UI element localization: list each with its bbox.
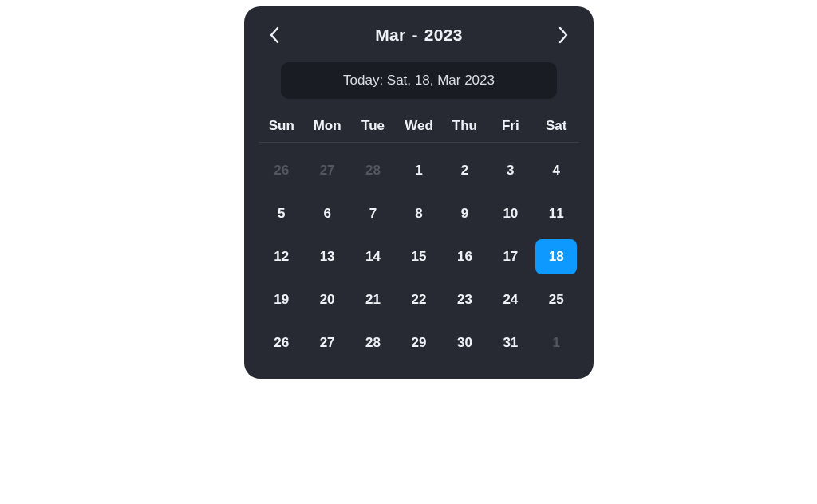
dow-sat: Sat	[534, 110, 579, 143]
day-cell[interactable]: 2	[442, 149, 487, 192]
day-cell[interactable]: 8	[396, 192, 441, 235]
day-cell[interactable]: 1	[396, 149, 441, 192]
day-cell[interactable]: 23	[442, 278, 487, 321]
prev-month-button[interactable]	[262, 22, 287, 48]
day-number: 4	[535, 153, 577, 188]
day-number: 2	[444, 153, 485, 188]
day-cell[interactable]: 19	[259, 278, 304, 321]
day-cell[interactable]: 12	[259, 235, 304, 278]
day-cell[interactable]: 25	[534, 278, 579, 321]
year-label: 2023	[424, 26, 463, 45]
day-cell[interactable]: 3	[487, 149, 533, 192]
month-year-label[interactable]: Mar - 2023	[375, 26, 462, 45]
day-cell[interactable]: 26	[259, 321, 304, 364]
day-cell[interactable]: 9	[442, 192, 487, 235]
day-cell[interactable]: 18	[534, 235, 579, 278]
day-number: 17	[490, 239, 531, 274]
day-cell[interactable]: 29	[396, 321, 441, 364]
day-cell[interactable]: 20	[304, 278, 349, 321]
day-number: 20	[306, 282, 348, 317]
day-number: 1	[398, 153, 440, 188]
day-number: 28	[353, 325, 394, 360]
dow-mon: Mon	[304, 110, 349, 143]
day-cell[interactable]: 24	[487, 278, 533, 321]
dow-thu: Thu	[442, 110, 487, 143]
month-year-separator: -	[412, 26, 418, 45]
calendar-grid: Sun Mon Tue Wed Thu Fri Sat 262728123456…	[259, 110, 579, 364]
day-number: 30	[444, 325, 485, 360]
day-cell[interactable]: 30	[442, 321, 487, 364]
day-number: 29	[398, 325, 440, 360]
day-cell[interactable]: 11	[534, 192, 579, 235]
day-cell[interactable]: 27	[304, 149, 349, 192]
day-number: 21	[353, 282, 394, 317]
day-number: 24	[490, 282, 531, 317]
day-number: 3	[490, 153, 531, 188]
day-cell[interactable]: 5	[259, 192, 304, 235]
day-number: 23	[444, 282, 485, 317]
day-cell[interactable]: 16	[442, 235, 487, 278]
day-number: 19	[261, 282, 302, 317]
day-number: 9	[444, 196, 485, 231]
today-badge[interactable]: Today: Sat, 18, Mar 2023	[281, 62, 557, 99]
day-cell[interactable]: 21	[350, 278, 396, 321]
day-cell[interactable]: 10	[487, 192, 533, 235]
day-number: 22	[398, 282, 440, 317]
day-cell[interactable]: 17	[487, 235, 533, 278]
day-cell[interactable]: 22	[396, 278, 441, 321]
chevron-left-icon	[269, 26, 280, 44]
day-number: 27	[306, 325, 348, 360]
day-cell[interactable]: 14	[350, 235, 396, 278]
day-number: 12	[261, 239, 302, 274]
day-cell[interactable]: 26	[259, 149, 304, 192]
day-number: 5	[261, 196, 302, 231]
day-number: 25	[535, 282, 577, 317]
day-number: 10	[490, 196, 531, 231]
day-cell[interactable]: 27	[304, 321, 349, 364]
day-number: 1	[535, 325, 577, 360]
day-number: 7	[353, 196, 394, 231]
day-number: 11	[535, 196, 577, 231]
day-number: 8	[398, 196, 440, 231]
day-number: 6	[306, 196, 348, 231]
day-cell[interactable]: 28	[350, 321, 396, 364]
calendar-widget: Mar - 2023 Today: Sat, 18, Mar 2023 Sun …	[244, 6, 594, 379]
day-cell[interactable]: 28	[350, 149, 396, 192]
day-number: 16	[444, 239, 485, 274]
month-label: Mar	[375, 26, 405, 45]
day-number: 26	[261, 325, 302, 360]
day-number: 28	[353, 153, 394, 188]
day-number: 26	[261, 153, 302, 188]
day-number: 13	[306, 239, 348, 274]
day-number: 14	[353, 239, 394, 274]
dow-sun: Sun	[259, 110, 304, 143]
day-cell[interactable]: 6	[304, 192, 349, 235]
dow-tue: Tue	[350, 110, 396, 143]
day-number: 31	[490, 325, 531, 360]
day-number: 18	[535, 239, 577, 274]
day-cell[interactable]: 15	[396, 235, 441, 278]
next-month-button[interactable]	[551, 22, 576, 48]
day-cell[interactable]: 1	[534, 321, 579, 364]
day-cell[interactable]: 13	[304, 235, 349, 278]
chevron-right-icon	[558, 26, 569, 44]
day-cell[interactable]: 7	[350, 192, 396, 235]
dow-wed: Wed	[396, 110, 441, 143]
day-number: 15	[398, 239, 440, 274]
day-cell[interactable]: 4	[534, 149, 579, 192]
day-number: 27	[306, 153, 348, 188]
dow-fri: Fri	[487, 110, 533, 143]
calendar-header: Mar - 2023	[259, 22, 579, 57]
day-cell[interactable]: 31	[487, 321, 533, 364]
